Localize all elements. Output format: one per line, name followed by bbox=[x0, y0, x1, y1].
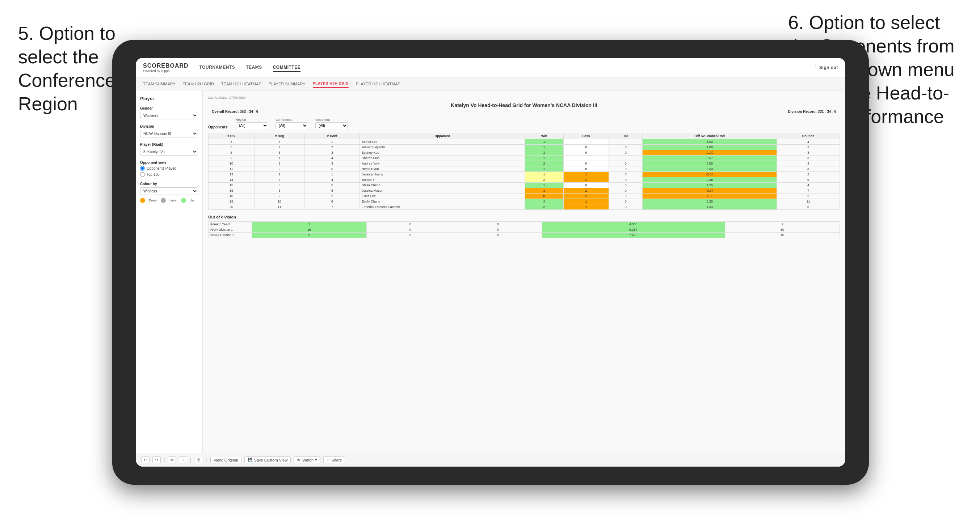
table-row: 13 1 1 Jessica Huang 1 1 0 -3.00 2 bbox=[208, 172, 840, 177]
redo-button[interactable]: ↪ bbox=[153, 457, 161, 464]
nav-separator: | bbox=[815, 63, 816, 71]
cell-tie bbox=[609, 156, 643, 161]
radio-opponents-played[interactable]: Opponents Played bbox=[140, 166, 198, 171]
colour-by-select[interactable]: Win/loss bbox=[140, 187, 198, 195]
share-btn[interactable]: ⊏ Share bbox=[323, 457, 345, 464]
col-loss: Loss bbox=[564, 133, 609, 139]
sidebar-player-section: Player bbox=[140, 96, 198, 101]
clock-button[interactable]: ⏱ bbox=[194, 457, 203, 464]
save-icon: 💾 bbox=[248, 457, 253, 462]
watch-btn[interactable]: 👁 Watch ▾ bbox=[294, 457, 320, 464]
paste-button[interactable]: ⊕ bbox=[179, 457, 187, 464]
cell-diff: -5.00 bbox=[643, 194, 777, 199]
cell-reg: 11 bbox=[255, 204, 305, 210]
region-label: Region bbox=[235, 118, 268, 122]
ood-cell-diff: 4.500 bbox=[542, 222, 725, 227]
cell-loss: 2 bbox=[564, 194, 609, 199]
cell-tie: 0 bbox=[609, 194, 643, 199]
copy-button[interactable]: ⧉ bbox=[168, 457, 176, 464]
cell-div: 6 bbox=[208, 150, 255, 156]
save-custom-btn[interactable]: 💾 Save Custom View bbox=[244, 457, 291, 464]
sub-nav-team-h2h-grid[interactable]: TEAM H2H GRID bbox=[183, 80, 214, 87]
cell-reg: 2 bbox=[255, 194, 305, 199]
radio-top-100[interactable]: Top 100 bbox=[140, 172, 198, 177]
col-reg: # Reg bbox=[255, 133, 305, 139]
cell-div: 5 bbox=[208, 145, 255, 150]
conference-select[interactable]: (All) bbox=[275, 122, 308, 129]
nav-item-teams[interactable]: TEAMS bbox=[246, 63, 262, 72]
table-row: 3 3 1 Esther Lee 1 1.50 4 bbox=[208, 139, 840, 145]
sub-nav-team-summary[interactable]: TEAM SUMMARY bbox=[143, 80, 176, 87]
cell-reg: 3 bbox=[255, 150, 305, 156]
col-div: # Div bbox=[208, 133, 255, 139]
cell-loss: 2 bbox=[564, 188, 609, 194]
conference-filter: Conference (All) bbox=[275, 118, 308, 129]
opponents-filter-label: Opponents: bbox=[208, 125, 228, 129]
cell-opponent: Emily Chang bbox=[360, 199, 525, 204]
cell-loss bbox=[564, 139, 609, 145]
data-area: Last Updated: 27/03/2024 Katelyn Vo Head… bbox=[203, 90, 845, 453]
color-label-down: Down bbox=[149, 198, 157, 202]
sidebar: Player Gender Women's Division NCAA Divi… bbox=[136, 90, 203, 453]
ood-cell-tie: 0 bbox=[454, 233, 542, 238]
cell-tie: 0 bbox=[609, 204, 643, 210]
col-opponent: Opponent bbox=[360, 133, 525, 139]
ood-cell-loss: 0 bbox=[367, 227, 454, 233]
sign-out-link[interactable]: Sign out bbox=[819, 63, 838, 71]
cell-reg: 7 bbox=[255, 177, 305, 183]
cell-win: 1 bbox=[525, 150, 563, 156]
sub-nav-team-h2h-heatmap[interactable]: TEAM H2H HEATMAP bbox=[221, 80, 261, 87]
records-row: Overall Record: 353 - 34 - 6 Division Re… bbox=[208, 110, 840, 114]
cell-diff: 3.67 bbox=[643, 156, 777, 161]
cell-opponent: Jessica Mason bbox=[360, 188, 525, 194]
opponent-label: Opponent bbox=[315, 118, 348, 122]
opponent-select[interactable]: (All) bbox=[315, 122, 348, 129]
sidebar-colour-label: Colour by bbox=[140, 182, 198, 186]
cell-conf: 1 bbox=[304, 172, 360, 177]
ood-table-row: Foreign Team 1 0 0 4.500 2 bbox=[208, 222, 840, 227]
division-select[interactable]: NCAA Division III bbox=[140, 130, 198, 137]
cell-conf: 5 bbox=[304, 167, 360, 172]
region-select[interactable]: (All) bbox=[235, 122, 268, 129]
cell-rounds: 3 bbox=[777, 167, 840, 172]
sub-nav-player-h2h-heatmap[interactable]: PLAYER H2H HEATMAP bbox=[356, 80, 400, 87]
cell-opponent: Alexis Sudjianto bbox=[360, 145, 525, 150]
toolbar-sep-1: | bbox=[164, 457, 165, 463]
cell-win: 1 bbox=[525, 145, 563, 150]
sub-nav-player-h2h-grid[interactable]: PLAYER H2H GRID bbox=[313, 80, 348, 88]
cell-conf: 1 bbox=[304, 139, 360, 145]
ood-cell-win: 1 bbox=[252, 222, 367, 227]
table-row: 6 3 3 Sydney Kuo 1 0 0 -1.00 3 bbox=[208, 150, 840, 156]
cell-rounds: 11 bbox=[777, 199, 840, 204]
logo-main: SCOREBOARD bbox=[143, 63, 189, 69]
cell-diff: 3.33 bbox=[643, 167, 777, 172]
cell-opponent: Stella Cheng bbox=[360, 183, 525, 188]
gender-select[interactable]: Women's bbox=[140, 112, 198, 119]
ood-cell-tie: 0 bbox=[454, 222, 542, 227]
cell-diff: 0.30 bbox=[643, 199, 777, 204]
table-row: 14 7 4 Eunice Yi 2 2 0 0.38 9 bbox=[208, 177, 840, 183]
nav-item-tournaments[interactable]: TOURNAMENTS bbox=[199, 63, 235, 72]
ood-cell-tie: 0 bbox=[454, 227, 542, 233]
cell-tie: 0 bbox=[609, 183, 643, 188]
cell-loss: 0 bbox=[564, 145, 609, 150]
view-original-btn[interactable]: View: Original bbox=[210, 457, 242, 464]
color-dot-level bbox=[161, 198, 166, 203]
cell-div: 16 bbox=[208, 188, 255, 194]
cell-diff: 4.00 bbox=[643, 161, 777, 167]
ood-cell-win: 5 bbox=[252, 233, 367, 238]
player-rank-select[interactable]: 8. Katelyn Vo bbox=[140, 148, 198, 156]
undo-button[interactable]: ↩ bbox=[141, 457, 150, 464]
table-row: 19 10 6 Emily Chang 4 1 0 0.30 11 bbox=[208, 199, 840, 204]
cell-opponent: Sharon Mun bbox=[360, 156, 525, 161]
sub-nav: TEAM SUMMARY TEAM H2H GRID TEAM H2H HEAT… bbox=[136, 78, 845, 90]
share-label: Share bbox=[331, 458, 342, 462]
ood-cell-win: 15 bbox=[252, 227, 367, 233]
nav-item-committee[interactable]: COMMITTEE bbox=[273, 63, 301, 72]
report-title: Katelyn Vo Head-to-Head Grid for Women's… bbox=[208, 102, 840, 108]
cell-rounds: 7 bbox=[777, 188, 840, 194]
sub-nav-player-summary[interactable]: PLAYER SUMMARY bbox=[269, 80, 305, 87]
cell-diff: 1.33 bbox=[643, 204, 777, 210]
cell-div: 3 bbox=[208, 139, 255, 145]
col-rounds: Rounds bbox=[777, 133, 840, 139]
